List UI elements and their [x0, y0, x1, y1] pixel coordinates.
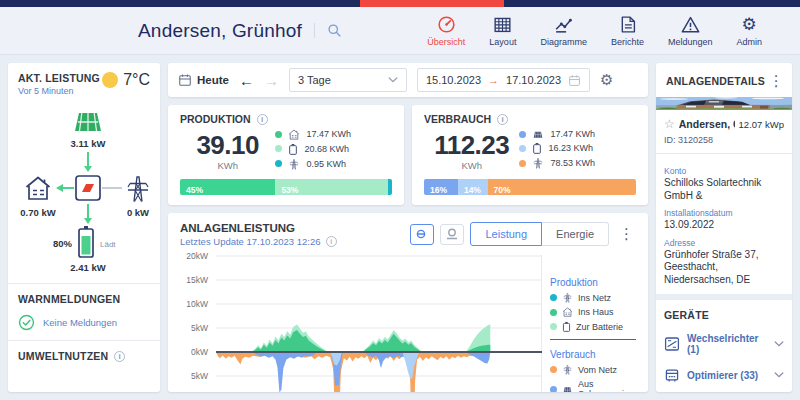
device-row-wechselrichter[interactable]: Wechselrichter (1): [664, 333, 784, 355]
info-icon[interactable]: i: [326, 236, 337, 247]
chart-y-axis: 20kW15kW10kW5kW0kW5kW10kW: [180, 255, 216, 392]
production-card: PRODUKTIONi 39.10 KWh 17.47 KWh: [168, 105, 404, 205]
date-toolbar: Heute ← → 3 Tage 15.10.2023 → 17.10.2023…: [168, 63, 648, 97]
house-icon: [27, 178, 50, 200]
devices-title: GERÄTE: [664, 309, 784, 321]
battery-power: 2.41 kW: [70, 262, 105, 273]
legend-item: 16.23 KWh: [519, 142, 636, 154]
y-axis-tick: 0kW: [191, 347, 208, 357]
details-menu-kebab-icon[interactable]: ⋮: [767, 72, 786, 90]
power-chart[interactable]: [216, 255, 542, 392]
plant-id: ID: 3120258: [656, 131, 792, 154]
battery-icon: [562, 321, 571, 332]
next-period-button[interactable]: →: [264, 73, 279, 88]
tower-icon: [562, 364, 573, 375]
field-label: Konto: [664, 166, 784, 176]
devices-section: GERÄTE Wechselrichter (1) Optimierer (33…: [656, 294, 792, 392]
battery-soc: 80%: [53, 238, 73, 249]
production-title: PRODUKTION: [180, 113, 251, 125]
date-from: 15.10.2023: [426, 74, 481, 86]
energy-flow-diagram: 3.11 kW 0.70 kW 0 kW 80% Lädt 2.41 kW: [18, 104, 158, 274]
chart-menu-kebab-icon[interactable]: ⋮: [617, 225, 636, 243]
production-unit: KWh: [180, 160, 275, 171]
warnings-status: Keine Meldungen: [43, 317, 117, 328]
solar-panel-icon: [532, 129, 544, 139]
pv-power: 3.11 kW: [71, 138, 106, 149]
brand-accent-bar: [360, 0, 504, 7]
solar-panel-icon: [562, 385, 573, 393]
optimizer-icon: [664, 367, 680, 383]
date-range-input[interactable]: 15.10.2023 → 17.10.2023: [417, 68, 590, 92]
top-brand-strip: [0, 0, 800, 7]
chart-last-update: Letztes Update 17.10.2023 12:26: [180, 236, 321, 247]
search-button[interactable]: [314, 23, 342, 38]
toggle-leistung[interactable]: Leistung: [470, 222, 542, 246]
production-distribution-bar: 45% 53%: [180, 179, 392, 195]
nav-item-layout[interactable]: Layout: [489, 15, 516, 47]
legend-item: 17.47 KWh: [275, 129, 392, 140]
legend-item: 17.47 KWh: [519, 129, 636, 139]
check-circle-icon: [18, 314, 35, 331]
plant-details-title: ANLAGENDETAILS: [666, 75, 765, 87]
current-power-panel: AKT. LEISTUNG Vor 5 Minuten 7°C 3.11 kW …: [8, 63, 160, 392]
legend-item-vom-netz[interactable]: Vom Netz: [550, 364, 636, 375]
nav-label: Diagramme: [540, 37, 587, 47]
power-chart-plot: [216, 255, 542, 392]
house-icon: [562, 307, 573, 317]
plant-performance-card: ANLAGENLEISTUNG Letztes Update 17.10.202…: [168, 213, 648, 392]
consumption-card: VERBRAUCHi 112.23 KWh 17.47 KWh: [412, 105, 648, 205]
toolbar-settings-gear-icon[interactable]: ⚙: [600, 71, 613, 89]
line-chart-icon: [554, 15, 573, 34]
production-total: 39.10: [180, 130, 275, 161]
main-nav: Übersicht Layout Diagramme Berichte Meld…: [427, 15, 762, 47]
zoom-reset-button[interactable]: [440, 224, 464, 245]
device-row-optimierer[interactable]: Optimierer (33): [664, 367, 784, 383]
nav-item-admin[interactable]: ⚙ Admin: [736, 15, 762, 47]
plant-details-panel: ANLAGENDETAILS ⋮: [656, 63, 792, 392]
zoom-selection-button[interactable]: [410, 224, 434, 245]
y-axis-tick: 15kW: [186, 275, 208, 285]
plant-name: Andersen, Grünhof: [679, 118, 735, 130]
info-icon[interactable]: i: [114, 351, 125, 362]
info-icon[interactable]: i: [257, 114, 268, 125]
zoom-icon: [414, 227, 430, 241]
nav-item-berichte[interactable]: Berichte: [611, 15, 644, 47]
y-axis-tick: 5kW: [191, 323, 208, 333]
range-select[interactable]: 3 Tage: [289, 68, 407, 92]
consumption-unit: KWh: [424, 160, 519, 171]
info-icon[interactable]: i: [497, 114, 508, 125]
legend-item: 0.95 KWh: [275, 158, 392, 170]
weather-sun-icon: [102, 72, 118, 88]
house-icon: [288, 129, 300, 140]
warnings-title: WARNMELDUNGEN: [18, 293, 150, 305]
date-to: 17.10.2023: [506, 74, 561, 86]
favorite-star-icon[interactable]: ☆: [664, 117, 675, 131]
prev-period-button[interactable]: ←: [239, 73, 254, 88]
calendar-icon: [178, 73, 192, 87]
nav-label: Meldungen: [668, 37, 713, 47]
nav-item-diagramme[interactable]: Diagramme: [540, 15, 587, 47]
grid-power: 0 kW: [127, 207, 149, 218]
house-power: 0.70 kW: [20, 207, 55, 218]
page-title: Andersen, Grünhof: [138, 20, 302, 42]
grid-icon: [493, 15, 512, 34]
legend-item: 20.68 KWh: [275, 143, 392, 155]
legend-item-ins-netz[interactable]: Ins Netz: [550, 292, 636, 303]
legend-item-zur-batterie[interactable]: Zur Batterie: [550, 321, 636, 332]
legend-item-ins-haus[interactable]: Ins Haus: [550, 307, 636, 317]
environment-value-1: 4K: [38, 388, 58, 392]
legend-item-aus-solarenergie[interactable]: Aus Solarenergie: [550, 379, 636, 392]
consumption-total: 112.23: [424, 130, 519, 161]
field-label: Installationsdatum: [664, 208, 784, 218]
grid-tower-icon: [128, 177, 148, 202]
y-axis-tick: 10kW: [186, 299, 208, 309]
range-arrow: →: [488, 74, 499, 86]
nav-item-meldungen[interactable]: Meldungen: [668, 15, 713, 47]
field-value: Grünhofer Straße 37, Geesthacht, Nieders…: [664, 249, 784, 287]
nav-item-uebersicht[interactable]: Übersicht: [427, 15, 465, 47]
calendar-icon: [568, 74, 581, 87]
field-label: Adresse: [664, 238, 784, 248]
inverter-icon: [664, 336, 680, 352]
toggle-energie[interactable]: Energie: [542, 222, 609, 246]
today-button[interactable]: Heute: [178, 73, 229, 87]
